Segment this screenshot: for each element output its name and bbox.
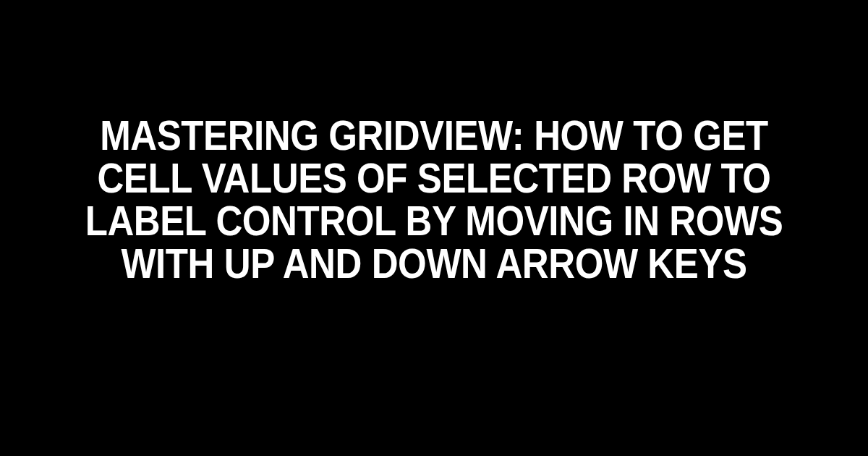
page-title: Mastering GridView: How to Get Cell Valu… (77, 114, 791, 285)
title-container: Mastering GridView: How to Get Cell Valu… (0, 114, 868, 285)
